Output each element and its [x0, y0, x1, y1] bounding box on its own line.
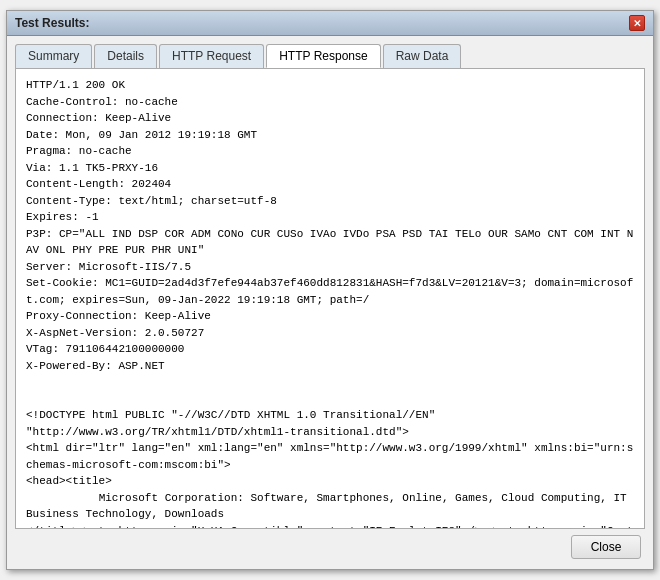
title-bar: Test Results: ✕: [7, 11, 653, 36]
window-close-button[interactable]: ✕: [629, 15, 645, 31]
window-body: Summary Details HTTP Request HTTP Respon…: [7, 36, 653, 569]
content-area: HTTP/1.1 200 OK Cache-Control: no-cache …: [15, 68, 645, 529]
tab-http-request[interactable]: HTTP Request: [159, 44, 264, 68]
tab-http-response[interactable]: HTTP Response: [266, 44, 380, 68]
window-title: Test Results:: [15, 16, 89, 30]
tab-summary[interactable]: Summary: [15, 44, 92, 68]
test-results-window: Test Results: ✕ Summary Details HTTP Req…: [6, 10, 654, 570]
bottom-bar: Close: [15, 529, 645, 561]
tab-bar: Summary Details HTTP Request HTTP Respon…: [15, 44, 645, 69]
close-button[interactable]: Close: [571, 535, 641, 559]
tab-raw-data[interactable]: Raw Data: [383, 44, 462, 68]
response-content[interactable]: HTTP/1.1 200 OK Cache-Control: no-cache …: [16, 69, 644, 528]
tab-details[interactable]: Details: [94, 44, 157, 68]
